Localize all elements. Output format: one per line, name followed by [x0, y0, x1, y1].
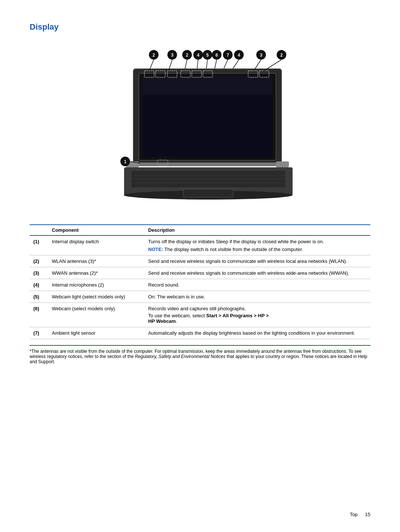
screen-reflection: [143, 76, 272, 95]
header-empty: [30, 225, 48, 235]
row-component: Webcam (select models only): [48, 303, 144, 327]
row-component: Webcam light (select models only): [48, 291, 144, 303]
row-description: Record sound.: [144, 279, 370, 291]
footnote-text: *The antennas are not visible from the o…: [30, 349, 367, 364]
row-number: (6): [30, 303, 48, 327]
row-description: Automatically adjusts the display bright…: [144, 327, 370, 339]
table-header-row: Component Description: [30, 225, 370, 235]
svg-text:1: 1: [124, 159, 127, 164]
header-component: Component: [48, 225, 144, 235]
page-footer: Top 15: [350, 512, 370, 517]
description-main: On: The webcam is in use.: [148, 294, 367, 300]
description-main: Record sound.: [148, 282, 367, 288]
svg-text:2: 2: [280, 53, 283, 58]
table-row: (2)WLAN antennas (3)*Send and receive wi…: [30, 255, 370, 267]
row-number: (5): [30, 291, 48, 303]
description-main: Send and receive wireless signals to com…: [148, 258, 367, 264]
row-number: (4): [30, 279, 48, 291]
footnote-area: *The antennas are not visible from the o…: [30, 345, 370, 364]
description-main: Automatically adjusts the display bright…: [148, 330, 367, 336]
header-description: Description: [144, 225, 370, 235]
table-row: (3)WWAN antennas (2)*Send and receive wi…: [30, 267, 370, 279]
keyboard-keys-area: [131, 171, 285, 187]
table-row: (1)Internal display switchTurns off the …: [30, 235, 370, 255]
row-description: Send and receive wireless signals to com…: [144, 267, 370, 279]
svg-text:2: 2: [153, 53, 155, 58]
row-description: Send and receive wireless signals to com…: [144, 255, 370, 267]
table-row: (6)Webcam (select models only)Records vi…: [30, 303, 370, 327]
hinge-bar: [139, 163, 276, 166]
row-component: Internal display switch: [48, 235, 144, 255]
svg-text:3: 3: [171, 53, 174, 58]
svg-text:7: 7: [227, 53, 229, 58]
page-title: Display: [30, 22, 370, 32]
row-number: (2): [30, 255, 48, 267]
row-number: (7): [30, 327, 48, 339]
diagram-container: 2 3 2 4 5 6 7 4 3 2: [30, 43, 370, 213]
row-number: (1): [30, 235, 48, 255]
hinge-right: [276, 161, 289, 167]
description-main: Send and receive wireless signals to com…: [148, 270, 367, 276]
row-description: Records video and captures still photogr…: [144, 303, 370, 327]
description-main: Turns off the display or initiates Sleep…: [148, 239, 367, 244]
touchpad: [183, 189, 233, 197]
row-number: (3): [30, 267, 48, 279]
footer-top-label: Top: [350, 512, 358, 517]
svg-text:4: 4: [238, 53, 240, 58]
row-component: Internal microphones (2): [48, 279, 144, 291]
svg-text:6: 6: [216, 53, 218, 58]
svg-text:2: 2: [186, 53, 189, 58]
table-row: (4)Internal microphones (2)Record sound.: [30, 279, 370, 291]
component-table: Component Description (1)Internal displa…: [30, 224, 370, 339]
laptop-diagram: 2 3 2 4 5 6 7 4 3 2: [89, 43, 311, 202]
description-main: Records video and captures still photogr…: [148, 306, 367, 311]
description-note: NOTE: The display switch is not visible …: [148, 247, 367, 252]
footer-page-number: 15: [365, 512, 370, 517]
row-component: Ambient light sensor: [48, 327, 144, 339]
svg-text:3: 3: [260, 53, 263, 58]
row-description: On: The webcam is in use.: [144, 291, 370, 303]
row-component: WLAN antennas (3)*: [48, 255, 144, 267]
table-row: (7)Ambient light sensorAutomatically adj…: [30, 327, 370, 339]
svg-text:5: 5: [206, 53, 209, 58]
description-note: To use the webcam, select Start > All Pr…: [148, 313, 367, 324]
row-description: Turns off the display or initiates Sleep…: [144, 235, 370, 255]
row-component: WWAN antennas (2)*: [48, 267, 144, 279]
svg-text:4: 4: [197, 53, 200, 58]
table-row: (5)Webcam light (select models only)On: …: [30, 291, 370, 303]
